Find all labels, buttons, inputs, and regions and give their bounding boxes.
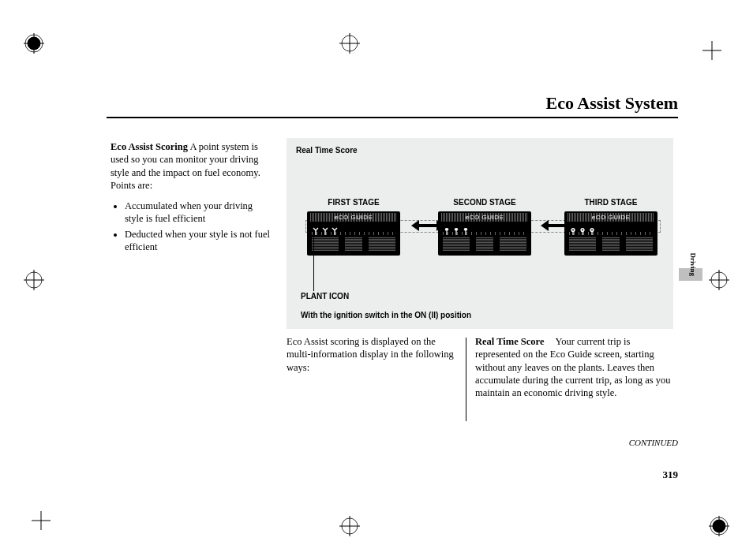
continued-label: CONTINUED	[629, 438, 678, 447]
eco-guide-label: eCO GUIDE	[568, 213, 654, 222]
left-column: Eco Assist Scoring A point system is use…	[111, 140, 272, 256]
eco-guide-display: eCO GUIDE	[438, 211, 531, 256]
plant-flower-icon	[588, 224, 596, 232]
crop-mark-icon	[24, 511, 51, 541]
stage-label: SECOND STAGE	[438, 198, 531, 207]
svg-point-29	[591, 230, 593, 231]
plant-sprout-icon	[331, 224, 339, 232]
registration-mark-icon	[24, 33, 44, 54]
bullet-list: Accumulated when your driving style is f…	[111, 200, 272, 253]
stage-label: THIRD STAGE	[564, 198, 657, 207]
plant-leaf-icon	[443, 224, 451, 232]
svg-point-0	[28, 37, 40, 50]
svg-point-1	[25, 35, 43, 52]
plant-leaf-icon	[452, 224, 460, 232]
page-title: Eco Assist System	[546, 93, 678, 114]
eco-guide-label: eCO GUIDE	[441, 213, 528, 222]
stage-third: THIRD STAGE eCO GUIDE	[564, 198, 657, 256]
stage-second: SECOND STAGE eCO GUIDE	[438, 198, 531, 256]
figure-real-time-score: Real Time Score FIRST STAGE eCO GUIDE SE…	[287, 138, 673, 329]
eco-guide-label: eCO GUIDE	[310, 213, 397, 222]
below-figure-text-right: Real Time ScoreYour current trip is repr…	[475, 335, 674, 399]
below-figure-text-left: Eco Assist scoring is displayed on the m…	[287, 335, 454, 374]
plant-icon-label: PLANT ICON	[301, 292, 349, 301]
stage-label: FIRST STAGE	[307, 198, 400, 207]
svg-point-25	[572, 230, 574, 231]
registration-mark-icon	[709, 516, 729, 536]
list-item: Deducted when your style is not fuel eff…	[125, 228, 272, 254]
plant-flower-icon	[579, 224, 586, 232]
header-rule	[107, 117, 678, 118]
svg-point-4	[342, 35, 358, 51]
inline-heading: Real Time Score	[475, 336, 545, 347]
callout-line	[313, 231, 314, 291]
registration-mark-icon	[339, 33, 360, 54]
svg-point-27	[582, 230, 583, 231]
side-section-label: Driving	[689, 252, 697, 276]
svg-point-13	[342, 518, 358, 534]
section-heading: Eco Assist Scoring	[111, 141, 188, 152]
page-number: 319	[663, 469, 679, 481]
registration-mark-icon	[339, 516, 360, 536]
svg-point-7	[26, 272, 42, 288]
list-item: Accumulated when your driving style is f…	[125, 200, 272, 226]
crop-mark-icon	[702, 33, 729, 63]
registration-mark-icon	[24, 270, 44, 290]
stage-first: FIRST STAGE eCO GUIDE	[307, 198, 400, 256]
plant-sprout-icon	[321, 224, 329, 232]
figure-caption: With the ignition switch in the ON (II) …	[301, 311, 471, 319]
svg-point-10	[711, 272, 727, 288]
plant-leaf-icon	[462, 224, 470, 232]
svg-point-17	[710, 517, 728, 535]
svg-point-16	[713, 520, 725, 532]
column-divider	[466, 338, 466, 421]
registration-mark-icon	[709, 270, 729, 290]
plant-flower-icon	[569, 224, 577, 232]
figure-title: Real Time Score	[296, 146, 358, 155]
eco-guide-display: eCO GUIDE	[307, 211, 400, 256]
eco-guide-display: eCO GUIDE	[564, 211, 657, 256]
